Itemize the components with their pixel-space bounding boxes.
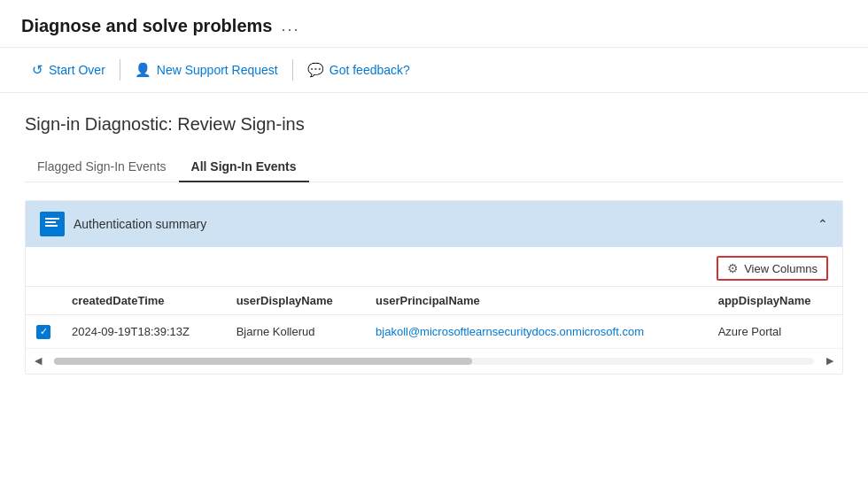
svg-rect-2 [45,225,58,227]
scroll-right-arrow[interactable]: ▶ [821,352,839,370]
columns-icon: ⚙ [727,261,739,275]
th-checkbox [26,287,61,315]
card-header-icon [40,212,65,236]
new-support-label: New Support Request [157,63,278,77]
toolbar-separator-2 [292,59,293,81]
table-row: ✓ 2024-09-19T18:39:13Z Bjarne Kollerud b… [26,315,842,349]
th-created-date-time: createdDateTime [61,287,226,315]
horizontal-scrollbar[interactable]: ◀ ▶ [26,349,842,374]
person-icon: 👤 [135,62,151,78]
card-header: Authentication summary ⌃ [26,201,842,247]
table-header-row: createdDateTime userDisplayName userPrin… [26,287,842,315]
page-title: Diagnose and solve problems [21,16,272,36]
th-user-principal-name: userPrincipalName [365,287,708,315]
checkbox-checked-icon: ✓ [36,325,50,339]
th-user-display-name: userDisplayName [226,287,365,315]
svg-rect-0 [45,218,59,220]
toolbar-separator-1 [120,59,120,81]
scroll-left-arrow[interactable]: ◀ [29,352,47,370]
new-support-request-button[interactable]: 👤 New Support Request [124,57,289,83]
th-app-display-name: appDisplayName [708,287,842,315]
page-header: Diagnose and solve problems ... [0,0,868,48]
sign-in-table: createdDateTime userDisplayName userPrin… [26,287,842,349]
start-over-button[interactable]: ↺ Start Over [21,57,116,83]
tab-all-sign-in-events[interactable]: All Sign-In Events [179,152,309,182]
row-checkbox-cell[interactable]: ✓ [26,315,61,349]
toolbar: ↺ Start Over 👤 New Support Request 💬 Got… [0,48,868,93]
page-title-ellipsis: ... [281,17,299,35]
refresh-icon: ↺ [32,62,43,78]
scrollbar-thumb[interactable] [54,358,472,365]
feedback-button[interactable]: 💬 Got feedback? [297,57,421,83]
tab-flagged-sign-in-events[interactable]: Flagged Sign-In Events [25,152,179,182]
feedback-icon: 💬 [307,62,324,78]
cell-app-display-name: Azure Portal [708,315,842,349]
svg-rect-1 [45,221,56,223]
cell-user-display-name: Bjarne Kollerud [226,315,365,349]
feedback-label: Got feedback? [329,63,410,77]
main-content: Sign-in Diagnostic: Review Sign-ins Flag… [0,93,868,392]
start-over-label: Start Over [49,63,105,77]
card-body: ⚙ View Columns createdDateTime userDispl… [26,247,842,374]
cell-created-date-time: 2024-09-19T18:39:13Z [61,315,226,349]
scrollbar-track[interactable] [54,358,814,365]
chevron-up-icon[interactable]: ⌃ [818,217,828,231]
card-header-title: Authentication summary [74,217,206,231]
section-title: Sign-in Diagnostic: Review Sign-ins [25,114,843,135]
user-principal-link[interactable]: bjakoll@microsoftlearnsecuritydocs.onmic… [376,325,644,338]
card-header-left: Authentication summary [40,212,206,236]
cell-user-principal-name: bjakoll@microsoftlearnsecuritydocs.onmic… [365,315,708,349]
view-columns-bar: ⚙ View Columns [26,247,842,287]
view-columns-button[interactable]: ⚙ View Columns [717,256,828,281]
authentication-summary-card: Authentication summary ⌃ ⚙ View Columns … [25,200,843,375]
tabs-container: Flagged Sign-In Events All Sign-In Event… [25,152,843,182]
view-columns-label: View Columns [744,262,818,275]
